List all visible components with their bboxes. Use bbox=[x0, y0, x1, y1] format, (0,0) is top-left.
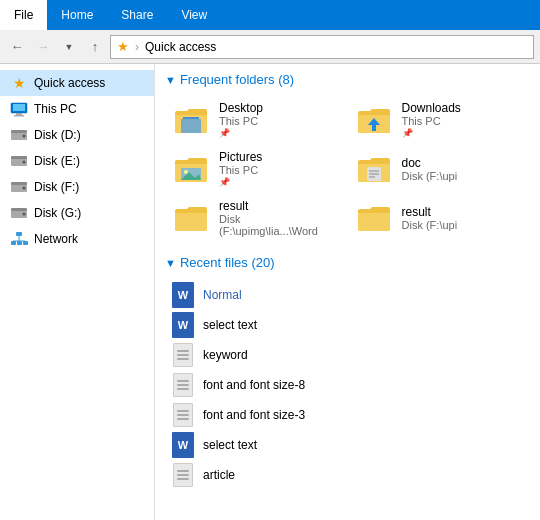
folder-result1[interactable]: result Disk (F:\upimg\lia...\Word bbox=[165, 195, 348, 241]
tab-home[interactable]: Home bbox=[47, 0, 107, 30]
disk-d-icon bbox=[10, 126, 28, 144]
address-star-icon: ★ bbox=[117, 39, 129, 54]
word-icon-2 bbox=[172, 432, 194, 458]
folder-desktop-name: Desktop bbox=[219, 101, 263, 115]
address-separator: › bbox=[135, 40, 139, 54]
address-box[interactable]: ★ › Quick access bbox=[110, 35, 534, 59]
file-keyword-icon bbox=[171, 343, 195, 367]
file-keyword-name: keyword bbox=[203, 348, 248, 362]
folder-doc-name: doc bbox=[402, 156, 458, 170]
folder-pictures-icon bbox=[171, 152, 211, 186]
doc-icon-font8 bbox=[173, 373, 193, 397]
file-font3[interactable]: font and font size-3 bbox=[165, 400, 530, 430]
svg-rect-2 bbox=[16, 113, 22, 115]
svg-point-6 bbox=[23, 135, 26, 138]
sidebar-label-quick-access: Quick access bbox=[34, 76, 105, 90]
sidebar-item-network[interactable]: Network bbox=[0, 226, 154, 252]
file-font3-icon bbox=[171, 403, 195, 427]
folder-result2-sub: Disk (F:\upi bbox=[402, 219, 458, 231]
svg-rect-17 bbox=[11, 241, 16, 245]
address-bar: ← → ▼ ↑ ★ › Quick access bbox=[0, 30, 540, 64]
svg-rect-11 bbox=[11, 182, 27, 185]
address-path: Quick access bbox=[145, 40, 216, 54]
word-icon-1 bbox=[172, 312, 194, 338]
folder-downloads[interactable]: Downloads This PC 📌 bbox=[348, 97, 531, 142]
svg-rect-14 bbox=[11, 208, 27, 211]
doc-icon-font3 bbox=[173, 403, 193, 427]
recent-header[interactable]: ▼ Recent files (20) bbox=[165, 255, 530, 270]
back-button[interactable]: ← bbox=[6, 36, 28, 58]
svg-point-15 bbox=[23, 213, 26, 216]
file-article[interactable]: article bbox=[165, 460, 530, 490]
sidebar-item-quick-access[interactable]: ★ Quick access bbox=[0, 70, 154, 96]
folder-pictures-pin: 📌 bbox=[219, 177, 262, 187]
folder-result1-name: result bbox=[219, 199, 342, 213]
svg-point-9 bbox=[23, 161, 26, 164]
tab-view[interactable]: View bbox=[167, 0, 221, 30]
svg-rect-16 bbox=[16, 232, 22, 236]
doc-icon-article bbox=[173, 463, 193, 487]
folder-desktop-pin: 📌 bbox=[219, 128, 263, 138]
forward-button[interactable]: → bbox=[32, 36, 54, 58]
frequent-header[interactable]: ▼ Frequent folders (8) bbox=[165, 72, 530, 87]
folder-result1-sub: Disk (F:\upimg\lia...\Word bbox=[219, 213, 342, 237]
svg-rect-8 bbox=[11, 156, 27, 159]
sidebar-item-disk-f[interactable]: Disk (F:) bbox=[0, 174, 154, 200]
folder-result2-name: result bbox=[402, 205, 458, 219]
svg-rect-5 bbox=[11, 130, 27, 133]
folder-result2[interactable]: result Disk (F:\upi bbox=[348, 195, 531, 241]
svg-point-26 bbox=[184, 170, 188, 174]
sidebar-label-this-pc: This PC bbox=[34, 102, 77, 116]
network-icon bbox=[10, 230, 28, 248]
file-keyword[interactable]: keyword bbox=[165, 340, 530, 370]
svg-rect-23 bbox=[183, 117, 199, 119]
folder-downloads-sub: This PC bbox=[402, 115, 461, 127]
star-icon: ★ bbox=[10, 74, 28, 92]
folder-desktop-info: Desktop This PC 📌 bbox=[219, 101, 263, 138]
sidebar-item-disk-d[interactable]: Disk (D:) bbox=[0, 122, 154, 148]
frequent-title: Frequent folders (8) bbox=[180, 72, 294, 87]
main-layout: ★ Quick access This PC bbox=[0, 64, 540, 520]
folder-doc[interactable]: doc Disk (F:\upi bbox=[348, 146, 531, 191]
file-font8[interactable]: font and font size-8 bbox=[165, 370, 530, 400]
folder-pictures[interactable]: Pictures This PC 📌 bbox=[165, 146, 348, 191]
folder-pictures-sub: This PC bbox=[219, 164, 262, 176]
sidebar-label-disk-e: Disk (E:) bbox=[34, 154, 80, 168]
ribbon: File Home Share View bbox=[0, 0, 540, 30]
content-area: ▼ Frequent folders (8) Desktop This PC bbox=[155, 64, 540, 520]
sidebar-item-disk-e[interactable]: Disk (E:) bbox=[0, 148, 154, 174]
sidebar-item-this-pc[interactable]: This PC bbox=[0, 96, 154, 122]
folder-result2-icon bbox=[354, 201, 394, 235]
folder-grid: Desktop This PC 📌 Downloads This PC bbox=[165, 97, 530, 241]
file-select-text1-icon bbox=[171, 313, 195, 337]
tab-file[interactable]: File bbox=[0, 0, 47, 30]
up-button[interactable]: ↑ bbox=[84, 36, 106, 58]
file-select-text2[interactable]: select text bbox=[165, 430, 530, 460]
svg-rect-1 bbox=[13, 104, 25, 111]
disk-g-icon bbox=[10, 204, 28, 222]
folder-downloads-info: Downloads This PC 📌 bbox=[402, 101, 461, 138]
sidebar-label-disk-d: Disk (D:) bbox=[34, 128, 81, 142]
sidebar-label-network: Network bbox=[34, 232, 78, 246]
file-normal-name: Normal bbox=[203, 288, 242, 302]
file-normal-icon bbox=[171, 283, 195, 307]
recent-title: Recent files (20) bbox=[180, 255, 275, 270]
folder-result1-info: result Disk (F:\upimg\lia...\Word bbox=[219, 199, 342, 237]
folder-downloads-icon bbox=[354, 103, 394, 137]
folder-desktop[interactable]: Desktop This PC 📌 bbox=[165, 97, 348, 142]
folder-result2-info: result Disk (F:\upi bbox=[402, 205, 458, 231]
folder-downloads-name: Downloads bbox=[402, 101, 461, 115]
svg-rect-3 bbox=[14, 115, 24, 117]
sidebar: ★ Quick access This PC bbox=[0, 64, 155, 520]
file-normal[interactable]: Normal bbox=[165, 280, 530, 310]
sidebar-item-disk-g[interactable]: Disk (G:) bbox=[0, 200, 154, 226]
nav-dropdown-button[interactable]: ▼ bbox=[58, 36, 80, 58]
folder-doc-icon bbox=[354, 152, 394, 186]
folder-pictures-name: Pictures bbox=[219, 150, 262, 164]
file-font3-name: font and font size-3 bbox=[203, 408, 305, 422]
file-select-text1[interactable]: select text bbox=[165, 310, 530, 340]
word-blue-icon bbox=[172, 282, 194, 308]
chevron-down-icon: ▼ bbox=[165, 74, 176, 86]
tab-share[interactable]: Share bbox=[107, 0, 167, 30]
file-select-text2-icon bbox=[171, 433, 195, 457]
